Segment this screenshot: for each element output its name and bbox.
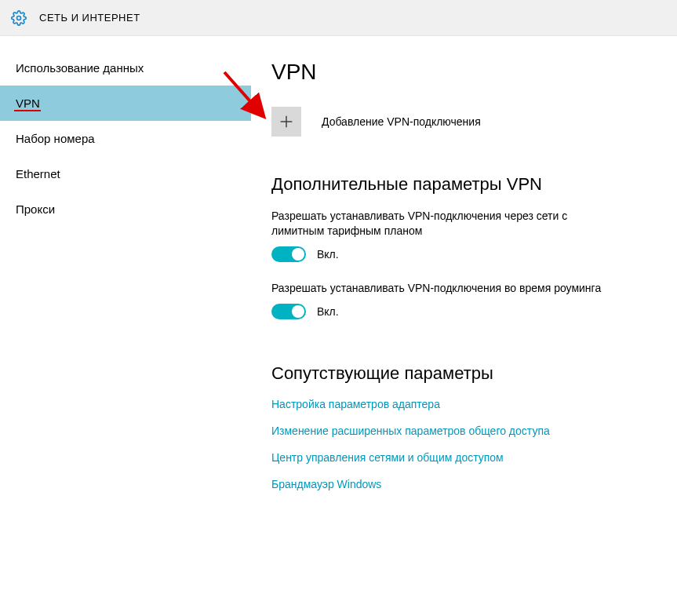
toggle-knob <box>292 248 304 261</box>
header-title: СЕТЬ И ИНТЕРНЕТ <box>39 12 140 24</box>
toggle-metered-vpn[interactable] <box>271 246 306 262</box>
link-advanced-sharing[interactable]: Изменение расширенных параметров общего … <box>271 425 669 437</box>
link-adapter-settings[interactable]: Настройка параметров адаптера <box>271 398 669 410</box>
sidebar-item-label: Прокси <box>16 202 55 216</box>
toggle-knob <box>292 305 304 318</box>
toggle-roaming-vpn[interactable] <box>271 304 306 319</box>
link-windows-firewall[interactable]: Брандмауэр Windows <box>271 478 669 490</box>
toggle2-label: Вкл. <box>317 305 339 318</box>
toggle1-label: Вкл. <box>317 248 339 261</box>
toggle1-row: Вкл. <box>271 246 669 262</box>
sidebar-item-label: Набор номера <box>16 132 95 145</box>
sidebar-item-label: Ethernet <box>16 167 60 180</box>
sidebar-item-ethernet[interactable]: Ethernet <box>0 156 251 191</box>
related-section-title: Сопутствующие параметры <box>271 363 669 384</box>
toggle1-desc: Разрешать устанавливать VPN-подключения … <box>271 209 617 239</box>
annotation-underline <box>14 110 41 111</box>
add-vpn-label: Добавление VPN-подключения <box>322 115 481 128</box>
sidebar-item-dialup[interactable]: Набор номера <box>0 121 251 156</box>
toggle2-desc: Разрешать устанавливать VPN-подключения … <box>271 281 617 296</box>
svg-point-0 <box>17 16 21 20</box>
add-vpn-button[interactable] <box>271 107 301 137</box>
sidebar-item-data-usage[interactable]: Использование данных <box>0 50 251 86</box>
window-header: СЕТЬ И ИНТЕРНЕТ <box>0 0 677 36</box>
advanced-section-title: Дополнительные параметры VPN <box>271 174 669 195</box>
link-network-center[interactable]: Центр управления сетями и общим доступом <box>271 451 669 464</box>
toggle2-row: Вкл. <box>271 304 669 319</box>
sidebar-item-label: VPN <box>16 97 40 110</box>
add-vpn-row: Добавление VPN-подключения <box>271 107 669 137</box>
gear-icon <box>11 10 27 26</box>
sidebar-item-vpn[interactable]: VPN <box>0 86 251 121</box>
sidebar: Использование данных VPN Набор номера Et… <box>0 36 251 616</box>
sidebar-item-label: Использование данных <box>16 61 144 75</box>
related-section: Сопутствующие параметры Настройка параме… <box>271 363 669 490</box>
main-layout: Использование данных VPN Набор номера Et… <box>0 36 677 616</box>
main-content: VPN Добавление VPN-подключения Дополните… <box>251 36 677 616</box>
plus-icon <box>278 113 295 130</box>
sidebar-item-proxy[interactable]: Прокси <box>0 191 251 227</box>
page-title: VPN <box>271 60 669 85</box>
